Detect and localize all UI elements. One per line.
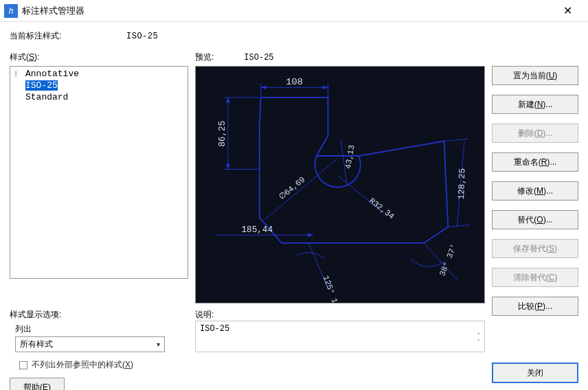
svg-line-11	[444, 139, 467, 141]
override-button[interactable]: 替代(O)...	[492, 210, 578, 229]
help-button[interactable]: 帮助(E)	[10, 378, 65, 390]
new-button[interactable]: 新建(N)...	[492, 95, 578, 114]
dim-radius-outer: R32,34	[368, 196, 396, 222]
preview-style-name: ISO-25	[244, 53, 273, 62]
description-label: 说明:	[195, 309, 485, 321]
clear-override-button[interactable]: 清除替代(C)	[492, 268, 578, 287]
svg-marker-8	[226, 98, 230, 103]
dim-top: 108	[286, 77, 303, 87]
list-filter-select[interactable]: 所有样式 ▾	[15, 336, 165, 352]
svg-line-15	[265, 159, 337, 220]
svg-marker-4	[323, 85, 328, 89]
modify-button[interactable]: 修改(M)...	[492, 181, 578, 200]
set-current-button[interactable]: 置为当前(U)	[492, 66, 578, 85]
svg-marker-3	[261, 85, 267, 89]
dim-angle-left: 125° 17'	[321, 274, 343, 303]
styles-label: 样式(S):	[10, 51, 188, 63]
dim-right: 128,25	[456, 168, 468, 200]
annotative-icon: ⟟	[14, 70, 24, 78]
window-title: 标注样式管理器	[22, 5, 552, 17]
xref-checkbox-label: 不列出外部参照中的样式(X)	[32, 359, 133, 371]
description-spinner[interactable]: ▴▾	[477, 324, 480, 349]
current-style-label: 当前标注样式:	[10, 30, 126, 42]
dim-radius-inner: 43,13	[343, 144, 357, 170]
dim-angle-right: 38° 37'	[438, 242, 459, 277]
titlebar: h 标注样式管理器 ✕	[0, 0, 588, 22]
save-override-button[interactable]: 保存替代(S)	[492, 239, 578, 258]
current-style-value: ISO-25	[126, 32, 158, 41]
list-item-label: ISO-25	[25, 80, 58, 91]
compare-button[interactable]: 比较(P)...	[492, 297, 578, 316]
app-icon: h	[4, 4, 18, 18]
dim-linear-left: 185,44	[241, 225, 273, 235]
list-item-label: Standard	[25, 92, 68, 102]
preview-pane: 108 86,25 128,25 43,13 R32,34 ∅64,69	[195, 66, 485, 303]
close-button[interactable]: ✕	[552, 1, 583, 21]
style-display-label: 样式显示选项:	[10, 309, 188, 321]
list-item[interactable]: ⟟ Annotative	[10, 68, 188, 80]
styles-list[interactable]: ⟟ Annotative ISO-25 Standard	[10, 66, 188, 279]
dim-left: 86,25	[217, 121, 227, 147]
svg-line-12	[448, 225, 469, 227]
rename-button[interactable]: 重命名(R)...	[492, 152, 578, 172]
list-item[interactable]: Standard	[10, 91, 188, 103]
list-sublabel: 列出	[15, 323, 188, 335]
svg-marker-9	[226, 164, 230, 170]
svg-marker-17	[308, 233, 313, 237]
list-item[interactable]: ISO-25	[10, 80, 188, 91]
delete-button[interactable]: 删除(D)...	[492, 124, 578, 143]
select-value: 所有样式	[20, 339, 53, 350]
chevron-down-icon: ▾	[157, 341, 160, 348]
xref-checkbox[interactable]	[19, 361, 27, 369]
description-value: ISO-25	[200, 324, 229, 349]
description-box: ISO-25 ▴▾	[195, 321, 485, 352]
list-item-label: Annotative	[25, 69, 79, 79]
style-display-options: 样式显示选项: 列出 所有样式 ▾ 不列出外部参照中的样式(X)	[10, 309, 188, 371]
preview-label: 预览:ISO-25	[195, 51, 485, 63]
dim-diameter: ∅64,69	[278, 175, 308, 203]
close-dialog-button[interactable]: 关闭	[492, 363, 578, 383]
button-column: 置为当前(U) 新建(N)... 删除(D)... 重命名(R)... 修改(M…	[492, 66, 578, 390]
